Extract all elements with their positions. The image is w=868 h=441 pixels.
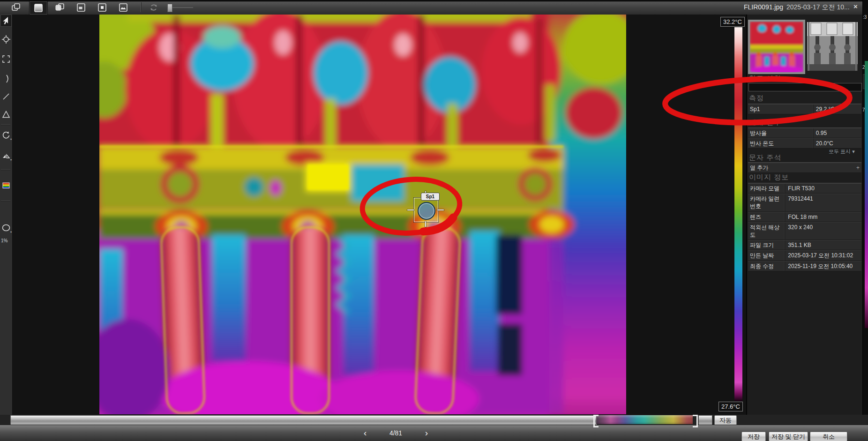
spot-tick-right [437, 209, 444, 210]
table-row: 렌즈FOL 18 mm [748, 212, 861, 222]
info-label: 적외선 해상도 [748, 223, 785, 239]
thermal-image[interactable] [99, 15, 626, 414]
scale-max-label: 32.2°C [720, 17, 745, 27]
info-value: 351.1 KB [785, 240, 861, 250]
edge-colorbar-sliver [865, 61, 868, 328]
param-value[interactable]: 20.0°C [813, 139, 861, 148]
table-row: 만든 날짜2025-03-17 오전 10:31:02 [748, 250, 861, 261]
flip-tool-icon[interactable]: ▾ [0, 149, 12, 162]
table-row: 카메라 모델FLIR T530 [748, 183, 861, 194]
info-value: FOL 18 mm [785, 212, 861, 222]
select-cursor-icon[interactable] [0, 15, 12, 27]
overlay-mode-icon[interactable] [10, 2, 22, 13]
add-row-control[interactable]: 열 추가 + [748, 162, 861, 173]
palette-tool-icon[interactable] [0, 179, 12, 192]
window-file-date: 2025-03-17 오전 10... [786, 3, 850, 12]
zoom-level-label: 1% [1, 238, 7, 243]
status-bar [0, 425, 868, 441]
table-row: 카메라 일련 번호79312441 [748, 194, 861, 211]
rect-measure-icon[interactable] [0, 53, 12, 65]
chevron-down-icon: ▾ [10, 137, 12, 141]
top-toolbar: FLIR0091.jpg 2025-03-17 오전 10... × [0, 0, 868, 15]
param-label: 반사 온도 [748, 139, 813, 148]
sidebar-divider [1, 124, 10, 125]
text-annotations-section-title: 문자 주석 [749, 153, 781, 162]
chevron-down-icon: ▾ [852, 149, 855, 154]
table-row: 적외선 해상도320 x 240 [748, 222, 861, 240]
parameters-table: 방사율 0.95 반사 온도 20.0°C [748, 127, 861, 149]
next-image-button[interactable]: › [423, 429, 430, 437]
table-row: 파일 크기351.1 KB [748, 240, 861, 250]
parameters-section-title: 매개 변수 [749, 118, 781, 127]
prev-image-button[interactable]: ‹ [362, 429, 368, 437]
info-label: 파일 크기 [748, 240, 785, 250]
save-button[interactable]: 저장 [741, 432, 766, 441]
temperature-colorbar[interactable] [734, 27, 742, 401]
span-handle-right[interactable] [693, 415, 698, 427]
polygon-measure-icon[interactable] [0, 108, 12, 120]
spot-marker-label: Sp1 [421, 193, 440, 201]
table-row: 반사 온도 20.0°C [748, 138, 861, 149]
info-value: FLIR T530 [785, 184, 861, 193]
span-handle-left[interactable] [593, 415, 599, 427]
info-label: 카메라 일련 번호 [748, 194, 785, 211]
sidebar-divider [1, 201, 10, 201]
add-row-label: 열 추가 [748, 163, 850, 172]
scale-min-label: 27.6°C [718, 402, 743, 411]
spot-meter-icon[interactable] [0, 33, 12, 45]
param-label: 방사율 [748, 128, 813, 138]
image-info-table: 카메라 모델FLIR T530 카메라 일련 번호79312441 렌즈FOL … [748, 183, 861, 271]
auto-scale-button[interactable]: 자동 [714, 415, 737, 426]
measure-label: Sp1 [748, 105, 813, 114]
close-icon[interactable]: × [853, 2, 858, 10]
thermal-thumbnail-selected[interactable] [748, 20, 805, 74]
ellipse-tool-icon[interactable]: ▾ [0, 222, 12, 234]
rotate-tool-icon[interactable]: ▾ [0, 129, 12, 141]
info-value: 320 x 240 [785, 223, 861, 239]
measure-value: 29.2 °C [813, 105, 861, 114]
visual-photo-thumbnail[interactable] [807, 22, 858, 71]
pager: ‹ 4/81 › [362, 427, 430, 439]
notes-input[interactable] [748, 83, 862, 91]
table-row: 최종 수정2025-11-19 오전 10:05:40 [748, 261, 861, 271]
toolbar-separator [141, 2, 141, 12]
plus-icon[interactable]: + [850, 163, 861, 172]
thermal-only-mode-icon[interactable] [29, 1, 48, 15]
picture-in-picture-mode-icon[interactable] [75, 2, 87, 13]
palette-histogram-segment[interactable] [596, 415, 693, 424]
info-label: 렌즈 [748, 212, 785, 222]
thumbnail-mode-icon[interactable] [97, 2, 108, 13]
fusion-mode-icon[interactable] [54, 2, 66, 13]
measurement-table: Sp1 29.2 °C [748, 104, 861, 114]
blend-slider-handle[interactable] [167, 4, 172, 12]
show-all-link[interactable]: 모두 표시 ▾ [829, 148, 855, 155]
image-info-section-title: 이미지 정보 [749, 173, 789, 182]
info-label: 만든 날짜 [748, 251, 785, 260]
param-value[interactable]: 0.95 [813, 128, 861, 138]
line-measure-icon[interactable] [0, 90, 12, 103]
blend-slider-track[interactable] [172, 7, 193, 8]
edge-fragment: :3 [863, 15, 867, 20]
spot-tick-bottom [425, 221, 426, 227]
rotate-image-icon[interactable] [148, 2, 159, 13]
page-indicator: 4/81 [389, 429, 402, 437]
spot-tick-left [407, 209, 414, 210]
info-label: 카메라 모델 [748, 184, 785, 193]
save-and-close-button[interactable]: 저장 및 닫기 [769, 432, 808, 441]
tool-sidebar: ▾ ▾ ▾ 1% [0, 15, 13, 415]
cancel-button[interactable]: 취소 [810, 432, 847, 441]
table-row: 방사율 0.95 [748, 128, 861, 138]
info-value: 2025-11-19 오전 10:05:40 [785, 262, 861, 271]
info-value: 79312441 [785, 194, 861, 211]
table-row: Sp1 29.2 °C [748, 104, 861, 114]
chevron-down-icon: ▾ [10, 230, 12, 233]
measurement-section-title: 측정 [749, 94, 764, 103]
span-track-left[interactable] [10, 415, 597, 425]
window-filename: FLIR0091.jpg [744, 3, 783, 11]
show-all-label: 모두 표시 [829, 149, 851, 154]
arc-measure-icon[interactable] [0, 73, 12, 85]
photo-mode-icon[interactable] [118, 2, 129, 13]
notes-section-title: 참고 사항 [749, 74, 781, 83]
span-track-right[interactable] [698, 415, 712, 425]
spot-marker-circle[interactable] [418, 202, 435, 220]
